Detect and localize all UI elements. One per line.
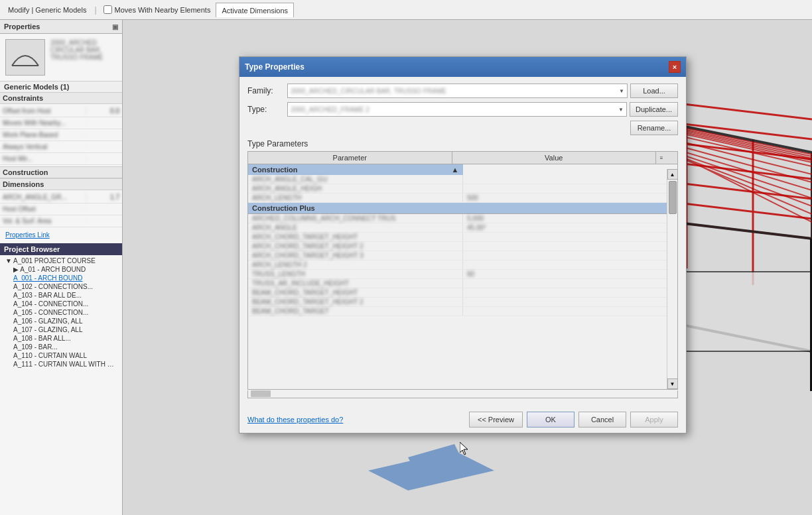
- value-cell: [463, 184, 678, 194]
- prop-label: Moves With Nearby...: [0, 119, 86, 127]
- tree-item-active[interactable]: A_001 - ARCH BOUND: [11, 274, 119, 282]
- params-table-wrapper: Parameter Value ≡ Construction ▲: [247, 151, 678, 390]
- param-cell: TRUSS_AR_INCLUDE_HEIGHT: [248, 279, 463, 288]
- param-row: BEAM_CHORD_TARGET_HEIGHT: [248, 288, 677, 298]
- type-dropdown-arrow: ▼: [618, 107, 624, 113]
- param-cell: ARCH_CHORD_TARGET_HEIGHT 2: [248, 242, 463, 251]
- scroll-up-btn[interactable]: ▲: [667, 169, 678, 180]
- family-select[interactable]: 2000_ARCHED_CIRCULAR BAR, TRUSSO FRAME ▼: [287, 84, 628, 98]
- param-cell: BEAM_CHORD_TARGET_HEIGHT 2: [248, 298, 463, 307]
- rename-button[interactable]: Rename...: [630, 121, 678, 135]
- thumbnail-svg: [9, 42, 42, 72]
- param-row: ARCH_CHORD_TARGET_HEIGHT 3: [248, 251, 677, 260]
- prop-row: ARCH_ANGLE_GR... 1.7: [0, 192, 122, 203]
- help-link[interactable]: What do these properties do?: [247, 416, 343, 424]
- load-button[interactable]: Load...: [630, 84, 678, 98]
- properties-title: Properties: [4, 23, 40, 30]
- tree-item[interactable]: A_104 - CONNECTION...: [11, 300, 119, 308]
- prop-value: [86, 209, 122, 210]
- preview-button[interactable]: << Preview: [469, 412, 523, 428]
- tree-item[interactable]: A_103 - BAR ALL DE...: [11, 291, 119, 300]
- table-scroll-area[interactable]: Construction ▲ ARCH_ANGLE_CAL_GU ARCH_AN…: [248, 164, 677, 384]
- tree-item[interactable]: ▶ A_01 - ARCH BOUND: [11, 265, 119, 274]
- pin-icon: ▣: [112, 23, 118, 30]
- prop-row: Work Plane-Based: [0, 129, 122, 141]
- left-panel: Properties ▣ 2000_ARCHEDCIRCULAR BAR,TRU…: [0, 20, 123, 515]
- tree-item[interactable]: A_110 - CURTAIN WALL: [11, 351, 119, 360]
- section-construction-plus: Construction Plus ▲: [248, 203, 677, 214]
- section-construction: Construction ▲: [248, 164, 677, 175]
- param-row: BEAM_CHORD_TARGET_HEIGHT 2: [248, 298, 677, 307]
- prop-label: Host Offset: [0, 205, 86, 213]
- type-label: Type:: [247, 105, 287, 114]
- toolbar-moves-with-nearby[interactable]: Moves With Nearby Elements: [100, 3, 215, 17]
- horizontal-scrollbar[interactable]: [247, 390, 678, 398]
- prop-row: Host Offset: [0, 203, 122, 215]
- table-scrollbar[interactable]: ▲ ▼: [667, 169, 677, 389]
- prop-label: Vol. & Surf. Area: [0, 217, 86, 225]
- prop-row: Host Mir...: [0, 153, 122, 165]
- prop-label: Host Mir...: [0, 154, 86, 163]
- param-row: ARCH_ANGLE 45.00°: [248, 223, 677, 233]
- properties-link[interactable]: Properties Link: [3, 230, 52, 240]
- ok-button[interactable]: OK: [527, 412, 575, 428]
- model-thumbnail: [5, 39, 45, 76]
- toolbar: Modify | Generic Models | Moves With Nea…: [0, 0, 812, 20]
- type-params-label: Type Parameters: [247, 139, 678, 148]
- param-cell: ARCHED_COLUMNS_ARCH_CONNECT TRUS: [248, 214, 463, 223]
- param-row: BEAM_CHORD_TARGET: [248, 307, 677, 316]
- activate-dimensions-btn[interactable]: Activate Dimensions: [216, 3, 294, 17]
- value-cell: [463, 279, 678, 288]
- tree-item[interactable]: ▼ A_001 PROJECT COURSE: [3, 257, 119, 265]
- prop-label: Work Plane-Based: [0, 131, 86, 139]
- apply-button[interactable]: Apply: [630, 412, 678, 428]
- tree-item[interactable]: A_107 - GLAZING, ALL: [11, 325, 119, 334]
- tree-item[interactable]: A_106 - GLAZING, ALL: [11, 317, 119, 325]
- dialog-close-button[interactable]: ×: [669, 61, 681, 73]
- scroll-thumb[interactable]: [669, 181, 677, 214]
- param-row: TRUSS_AR_INCLUDE_HEIGHT: [248, 279, 677, 288]
- value-cell: 60: [463, 270, 678, 279]
- tree-item[interactable]: A_109 - BAR...: [11, 343, 119, 351]
- param-row: ARCH_ANGLE_CAL_GU: [248, 175, 677, 184]
- construction-section: Construction: [0, 166, 122, 178]
- params-data-table: Construction ▲ ARCH_ANGLE_CAL_GU ARCH_AN…: [248, 164, 677, 316]
- param-cell: ARCH_ANGLE_HEIGH: [248, 184, 463, 194]
- param-row: ARCH_LENGTH 500: [248, 194, 677, 203]
- rename-row: Rename...: [247, 121, 678, 135]
- tree-item[interactable]: A_108 - BAR ALL...: [11, 334, 119, 343]
- dialog-body: Family: 2000_ARCHED_CIRCULAR BAR, TRUSSO…: [239, 77, 686, 406]
- param-row: ARCH_ANGLE_HEIGH: [248, 184, 677, 194]
- section-collapse-icon[interactable]: ▲: [452, 166, 459, 174]
- family-label: Family:: [247, 86, 287, 95]
- moves-nearby-checkbox[interactable]: [103, 5, 112, 14]
- type-select[interactable]: 2000_ARCHED_FRAME 2 ▼: [287, 102, 627, 117]
- type-label: Generic Models (1): [0, 82, 122, 92]
- project-browser-header: Project Browser: [0, 243, 122, 255]
- value-cell: [463, 307, 678, 316]
- cancel-button[interactable]: Cancel: [578, 412, 626, 428]
- tree-item[interactable]: A_111 - CURTAIN WALL WITH SLAB: [11, 360, 119, 369]
- prop-row: Offset from Host 0.0: [0, 105, 122, 117]
- constraints-section: Constraints: [0, 92, 122, 104]
- value-cell: [463, 242, 678, 251]
- dialog-titlebar[interactable]: Type Properties ×: [239, 57, 686, 77]
- value-cell: [463, 260, 678, 270]
- prop-value: 0.0: [86, 107, 122, 115]
- scroll-down-btn[interactable]: ▼: [667, 378, 678, 389]
- toolbar-modify-label: Modify | Generic Models: [3, 3, 92, 17]
- prop-row: Always Vertical: [0, 141, 122, 153]
- h-scroll-thumb[interactable]: [251, 390, 271, 397]
- value-header: Value: [452, 152, 657, 164]
- duplicate-button[interactable]: Duplicate...: [630, 102, 678, 117]
- value-cell: [463, 288, 678, 298]
- value-cell: [463, 251, 678, 260]
- project-browser-tree: ▼ A_001 PROJECT COURSE ▶ A_01 - ARCH BOU…: [0, 255, 122, 370]
- type-select-text: 2000_ARCHED_FRAME 2: [291, 106, 370, 113]
- tree-item[interactable]: A_102 - CONNECTIONS...: [11, 282, 119, 291]
- model-name-blurred: 2000_ARCHEDCIRCULAR BAR,TRUSSO FRAME: [50, 39, 103, 61]
- value-cell: [463, 175, 678, 184]
- value-cell: [463, 298, 678, 307]
- prop-label: Always Vertical: [0, 143, 86, 151]
- tree-item[interactable]: A_105 - CONNECTION...: [11, 308, 119, 317]
